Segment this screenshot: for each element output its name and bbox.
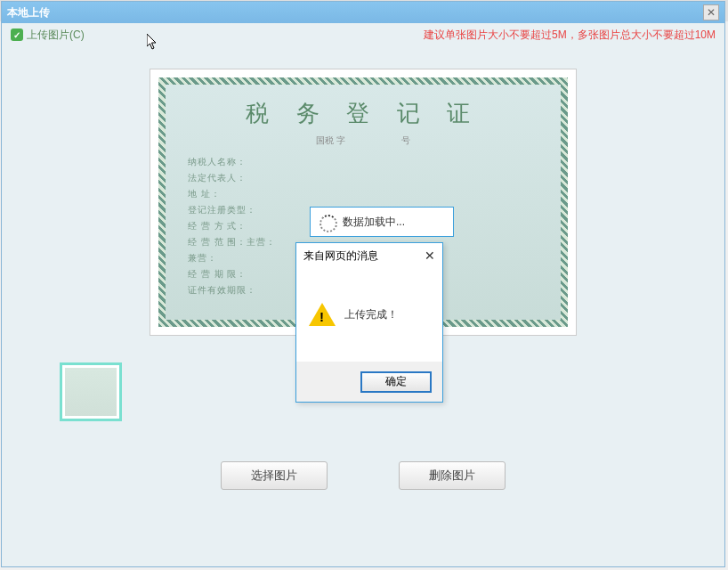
thumb-image	[65, 368, 117, 416]
alert-header: 来自网页的消息 ✕	[296, 243, 442, 268]
thumbnail[interactable]	[60, 362, 122, 421]
loading-text: 数据加载中...	[343, 215, 405, 230]
titlebar: 本地上传 ✕	[2, 2, 724, 23]
close-icon: ✕	[707, 6, 716, 19]
close-button[interactable]: ✕	[703, 4, 719, 20]
cert-field: 纳税人名称：	[188, 154, 538, 170]
spinner-icon	[320, 215, 334, 229]
alert-dialog: 来自网页的消息 ✕ 上传完成！ 确定	[295, 242, 443, 403]
alert-close-button[interactable]: ✕	[425, 248, 435, 263]
toolbar: 上传图片(C) 建议单张图片大小不要超过5M，多张图片总大小不要超过10M	[2, 23, 724, 46]
warning-icon	[309, 303, 336, 328]
alert-message: 上传完成！	[344, 307, 398, 322]
ok-button[interactable]: 确定	[360, 371, 432, 393]
upload-label: 上传图片(C)	[27, 28, 85, 43]
cert-subtitle: 国税 字 号	[188, 134, 538, 147]
loading-popup: 数据加载中...	[310, 207, 454, 237]
button-row: 选择图片 删除图片	[20, 461, 707, 490]
delete-image-button[interactable]: 删除图片	[399, 461, 506, 490]
check-icon	[11, 28, 23, 41]
select-image-button[interactable]: 选择图片	[221, 461, 328, 490]
window-title: 本地上传	[7, 5, 50, 20]
size-hint: 建议单张图片大小不要超过5M，多张图片总大小不要超过10M	[424, 28, 716, 43]
alert-title: 来自网页的消息	[303, 248, 378, 264]
cert-title: 税 务 登 记 证	[188, 98, 538, 129]
cert-field: 地 址：	[188, 186, 538, 202]
upload-link[interactable]: 上传图片(C)	[11, 28, 85, 43]
cert-field: 法定代表人：	[188, 170, 538, 186]
alert-footer: 确定	[296, 362, 442, 402]
alert-body: 上传完成！	[296, 268, 442, 362]
